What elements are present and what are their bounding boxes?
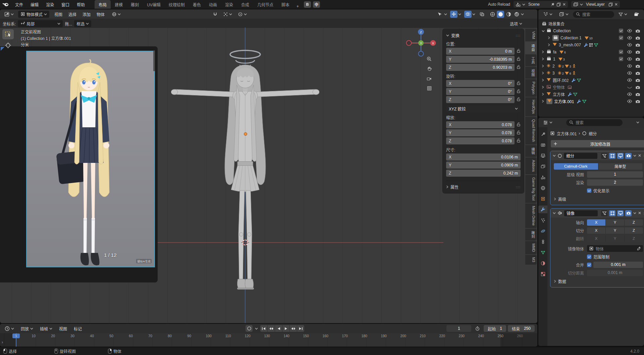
hide-viewport-toggle[interactable] [625,71,634,75]
disable-render-toggle[interactable] [634,71,642,75]
image-editor-area[interactable]: 1 / 12 疑似AI生成 [0,46,158,282]
viewport-menu-选择[interactable]: 选择 [65,10,79,18]
lock-toggle[interactable] [517,81,521,86]
cursor-3d[interactable] [241,238,249,247]
properties-tab-object[interactable] [538,195,547,203]
axis-value-field[interactable]: X0.078 [446,121,515,128]
outliner-filter-dropdown[interactable] [616,11,630,18]
scene-selector[interactable]: Scene [514,1,568,8]
frame-end-field[interactable]: 结束250 [508,325,535,332]
expand-toggle[interactable] [542,85,546,90]
properties-search-input[interactable]: 搜索 [566,119,623,126]
disable-render-toggle[interactable] [634,57,642,61]
lock-toggle[interactable] [517,49,521,54]
workspace-tab-脚本[interactable]: 脚本 [277,0,293,9]
hide-viewport-toggle[interactable] [625,29,634,33]
hide-viewport-toggle[interactable] [625,78,634,82]
hide-viewport-toggle[interactable] [625,50,634,54]
timeline-editor-type-button[interactable] [2,325,16,332]
viewport-options-dropdown[interactable]: 选项 [507,20,525,27]
timeline-menu-标记[interactable]: 标记 [71,325,84,332]
topbar-menu-帮助[interactable]: 帮助 [73,0,89,9]
workspace-tab-雕刻[interactable]: 雕刻 [127,0,143,9]
properties-subpanel-header[interactable]: 属性:::: [446,181,521,190]
auto-keying-button[interactable] [246,325,253,332]
addon-button-B[interactable]: B [304,1,311,8]
merge-checkbox[interactable] [587,263,591,267]
show-on-cage-toggle[interactable] [609,210,615,216]
properties-tab-data[interactable] [538,249,547,256]
frame-start-field[interactable]: 起始1 [484,325,506,332]
properties-tab-world[interactable] [538,184,547,192]
disable-render-toggle[interactable] [634,43,642,47]
hide-viewport-toggle[interactable] [625,43,634,47]
timeline-menu-插帧[interactable]: 插帧 [38,325,55,332]
timeline-collapse-arrow[interactable]: › [2,340,3,345]
snap-toggle[interactable] [211,11,220,18]
sidebar-tab-VRM[interactable]: VRM [525,29,537,41]
snap-target-dropdown[interactable] [221,11,234,18]
previous-keyframe-button[interactable] [268,325,275,332]
workspace-tab-布局[interactable]: 布局 [95,0,111,9]
model-girl-tpose[interactable] [171,45,319,294]
select-box-tool-button[interactable] [2,29,14,39]
viewport-menu-添加[interactable]: 添加 [79,10,94,18]
clipping-checkbox[interactable] [587,255,591,259]
cursor-tool-button[interactable] [2,40,14,50]
axis-切分-X[interactable]: X [587,227,606,234]
segment-Catmull-Clark[interactable]: Catmull-Clark [554,163,598,170]
addon-button-中[interactable]: 中 [313,1,320,8]
topbar-menu-窗口[interactable]: 窗口 [58,0,73,9]
next-keyframe-button[interactable] [290,325,297,332]
orientation-dropdown[interactable] [110,11,123,18]
lock-toggle[interactable] [517,89,521,94]
properties-editor-type-button[interactable] [541,119,555,126]
hide-viewport-toggle[interactable] [625,64,634,68]
disable-render-toggle[interactable] [634,36,642,40]
expand-toggle[interactable] [542,29,546,33]
timeline-ruler[interactable]: › 1 110203040506070809010011012013014015… [0,333,537,347]
editor-type-button[interactable] [2,11,16,18]
remove-modifier-button[interactable] [638,153,641,158]
outliner-row-Collection 1[interactable]: Collection 110 [538,34,644,41]
hide-viewport-toggle[interactable] [625,92,634,96]
hide-viewport-toggle[interactable] [625,85,634,89]
modifier-name-field[interactable]: 细分 [564,153,597,159]
play-reverse-button[interactable] [275,325,282,332]
zoom-button[interactable] [427,56,432,62]
proportional-edit-dropdown[interactable] [236,11,249,18]
axis-value-field[interactable]: X0° [446,80,515,87]
outliner-row-fa[interactable]: fa6 [538,48,644,55]
expand-toggle[interactable] [542,92,546,97]
disable-render-toggle[interactable] [634,50,642,54]
select-mode-dropdown[interactable]: 框选 [74,20,91,27]
transform-panel-header[interactable]: 变换:::: [446,32,521,39]
modifier-header-细分[interactable]: 细分:::: [550,151,644,160]
expand-toggle[interactable] [542,71,546,76]
sidebar-tab-HardOps[interactable]: HardOps [525,97,537,116]
sidebar-tab-MMD[interactable]: MMD [525,241,537,254]
workspace-tab-合成[interactable]: 合成 [237,0,253,9]
axis-轴向-Z[interactable]: Z [625,219,643,226]
disable-render-toggle[interactable] [634,78,642,82]
axis-value-field[interactable]: Y-0.038395 m [446,56,515,63]
expand-toggle[interactable] [548,36,552,40]
expand-toggle[interactable] [542,50,546,54]
axis-value-field[interactable]: Z0° [446,96,515,103]
outliner-row-立方体.001[interactable]: 立方体.001 [538,98,644,105]
axis-轴向-Y[interactable]: Y [606,219,625,226]
disable-render-toggle[interactable] [634,64,642,68]
properties-tab-physics[interactable] [538,227,547,235]
workspace-tab-纹理绘制[interactable]: 纹理绘制 [165,0,189,9]
properties-tab-particles[interactable] [538,216,547,224]
properties-tab-material[interactable] [538,259,547,267]
viewport-menu-视图[interactable]: 视图 [51,10,65,18]
value-field-层级 视图[interactable]: 1 [587,171,643,178]
merge-threshold-field[interactable]: 0.001 m [593,262,643,268]
axis-value-field[interactable]: X0.0106 m [446,153,521,161]
properties-tab-viewlayer[interactable] [538,163,547,170]
viewport-menu-物体[interactable]: 物体 [94,10,108,18]
sidebar-tab-工具[interactable]: 工具 [525,54,537,66]
viewport-3d[interactable]: 物体模式视图选择添加物体 坐标系:局部拖...框选选项 [0,9,537,323]
topbar-menu-渲染[interactable]: 渲染 [42,0,58,9]
